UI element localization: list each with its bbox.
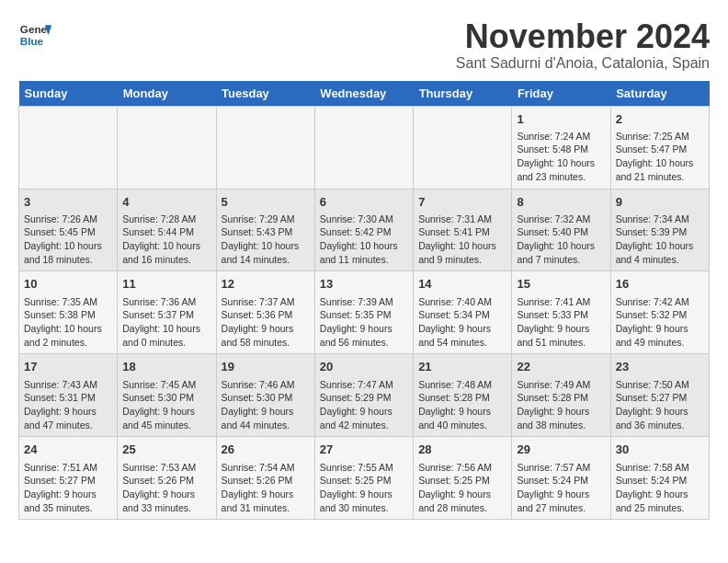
weekday-header-monday: Monday [118, 81, 216, 107]
weekday-header-row: SundayMondayTuesdayWednesdayThursdayFrid… [19, 81, 710, 107]
day-number: 20 [320, 359, 408, 375]
day-info: Sunrise: 7:54 AM Sunset: 5:26 PM Dayligh… [222, 462, 295, 513]
day-info: Sunrise: 7:28 AM Sunset: 5:44 PM Dayligh… [122, 213, 200, 265]
day-info: Sunrise: 7:45 AM Sunset: 5:30 PM Dayligh… [122, 379, 196, 431]
day-info: Sunrise: 7:56 AM Sunset: 5:25 PM Dayligh… [418, 462, 492, 513]
day-number: 22 [517, 359, 605, 375]
calendar-table: SundayMondayTuesdayWednesdayThursdayFrid… [18, 81, 710, 521]
day-number: 1 [517, 111, 605, 128]
calendar-cell-w4-d7: 23Sunrise: 7:50 AM Sunset: 5:27 PM Dayli… [610, 354, 709, 437]
day-info: Sunrise: 7:25 AM Sunset: 5:47 PM Dayligh… [616, 131, 694, 182]
calendar-week-5: 24Sunrise: 7:51 AM Sunset: 5:27 PM Dayli… [19, 437, 710, 520]
day-info: Sunrise: 7:34 AM Sunset: 5:39 PM Dayligh… [616, 213, 694, 265]
calendar-cell-w4-d4: 20Sunrise: 7:47 AM Sunset: 5:29 PM Dayli… [314, 354, 413, 437]
day-info: Sunrise: 7:37 AM Sunset: 5:36 PM Dayligh… [222, 296, 295, 348]
logo: General Blue [18, 18, 51, 52]
day-number: 8 [517, 194, 605, 211]
weekday-header-thursday: Thursday [414, 81, 512, 107]
day-info: Sunrise: 7:48 AM Sunset: 5:28 PM Dayligh… [418, 379, 492, 431]
day-info: Sunrise: 7:39 AM Sunset: 5:35 PM Dayligh… [320, 296, 393, 348]
day-info: Sunrise: 7:55 AM Sunset: 5:25 PM Dayligh… [320, 462, 393, 513]
day-number: 29 [517, 442, 605, 458]
calendar-week-4: 17Sunrise: 7:43 AM Sunset: 5:31 PM Dayli… [19, 354, 710, 437]
title-section: November 2024 Sant Sadurni d'Anoia, Cata… [456, 18, 710, 72]
calendar-cell-w1-d1 [19, 106, 118, 189]
day-info: Sunrise: 7:40 AM Sunset: 5:34 PM Dayligh… [418, 296, 492, 348]
day-number: 17 [24, 359, 112, 375]
calendar-cell-w3-d2: 11Sunrise: 7:36 AM Sunset: 5:37 PM Dayli… [118, 271, 216, 354]
day-info: Sunrise: 7:41 AM Sunset: 5:33 PM Dayligh… [517, 296, 590, 348]
calendar-cell-w4-d6: 22Sunrise: 7:49 AM Sunset: 5:28 PM Dayli… [512, 354, 610, 437]
day-number: 2 [616, 111, 704, 128]
day-number: 9 [616, 194, 704, 211]
day-number: 6 [320, 194, 408, 211]
day-info: Sunrise: 7:43 AM Sunset: 5:31 PM Dayligh… [24, 379, 97, 431]
calendar-cell-w5-d6: 29Sunrise: 7:57 AM Sunset: 5:24 PM Dayli… [512, 437, 610, 520]
calendar-cell-w5-d1: 24Sunrise: 7:51 AM Sunset: 5:27 PM Dayli… [19, 437, 118, 520]
day-info: Sunrise: 7:35 AM Sunset: 5:38 PM Dayligh… [24, 296, 102, 348]
day-number: 7 [418, 194, 506, 211]
calendar-cell-w5-d5: 28Sunrise: 7:56 AM Sunset: 5:25 PM Dayli… [414, 437, 512, 520]
svg-text:Blue: Blue [20, 35, 44, 47]
calendar-cell-w3-d4: 13Sunrise: 7:39 AM Sunset: 5:35 PM Dayli… [314, 271, 413, 354]
calendar-cell-w4-d3: 19Sunrise: 7:46 AM Sunset: 5:30 PM Dayli… [216, 354, 314, 437]
day-number: 14 [418, 276, 506, 293]
calendar-cell-w1-d5 [414, 106, 512, 189]
day-info: Sunrise: 7:51 AM Sunset: 5:27 PM Dayligh… [24, 462, 97, 513]
weekday-header-sunday: Sunday [19, 81, 118, 107]
calendar-cell-w2-d2: 4Sunrise: 7:28 AM Sunset: 5:44 PM Daylig… [118, 189, 216, 271]
weekday-header-tuesday: Tuesday [216, 81, 314, 107]
day-number: 30 [616, 442, 704, 458]
day-number: 3 [24, 194, 112, 211]
calendar-cell-w4-d2: 18Sunrise: 7:45 AM Sunset: 5:30 PM Dayli… [118, 354, 216, 437]
day-info: Sunrise: 7:31 AM Sunset: 5:41 PM Dayligh… [418, 213, 496, 265]
weekday-header-friday: Friday [512, 81, 610, 107]
calendar-cell-w5-d7: 30Sunrise: 7:58 AM Sunset: 5:24 PM Dayli… [610, 437, 709, 520]
day-info: Sunrise: 7:26 AM Sunset: 5:45 PM Dayligh… [24, 213, 102, 265]
calendar-week-2: 3Sunrise: 7:26 AM Sunset: 5:45 PM Daylig… [19, 189, 710, 271]
day-number: 15 [517, 276, 605, 293]
day-number: 27 [320, 442, 408, 458]
calendar-cell-w1-d2 [118, 106, 216, 189]
day-number: 19 [222, 359, 310, 375]
day-info: Sunrise: 7:57 AM Sunset: 5:24 PM Dayligh… [517, 462, 590, 513]
calendar-cell-w1-d4 [314, 106, 413, 189]
day-info: Sunrise: 7:32 AM Sunset: 5:40 PM Dayligh… [517, 213, 595, 265]
location-subtitle: Sant Sadurni d'Anoia, Catalonia, Spain [456, 55, 710, 72]
calendar-cell-w5-d3: 26Sunrise: 7:54 AM Sunset: 5:26 PM Dayli… [216, 437, 314, 520]
day-number: 23 [616, 359, 704, 375]
calendar-cell-w2-d6: 8Sunrise: 7:32 AM Sunset: 5:40 PM Daylig… [512, 189, 610, 271]
day-info: Sunrise: 7:42 AM Sunset: 5:32 PM Dayligh… [616, 296, 689, 348]
day-info: Sunrise: 7:24 AM Sunset: 5:48 PM Dayligh… [517, 131, 595, 182]
calendar-cell-w2-d4: 6Sunrise: 7:30 AM Sunset: 5:42 PM Daylig… [314, 189, 413, 271]
calendar-header: SundayMondayTuesdayWednesdayThursdayFrid… [19, 81, 710, 107]
calendar-cell-w1-d7: 2Sunrise: 7:25 AM Sunset: 5:47 PM Daylig… [610, 106, 709, 189]
calendar-cell-w3-d5: 14Sunrise: 7:40 AM Sunset: 5:34 PM Dayli… [414, 271, 512, 354]
calendar-cell-w4-d5: 21Sunrise: 7:48 AM Sunset: 5:28 PM Dayli… [414, 354, 512, 437]
calendar-cell-w3-d3: 12Sunrise: 7:37 AM Sunset: 5:36 PM Dayli… [216, 271, 314, 354]
day-number: 5 [222, 194, 310, 211]
day-info: Sunrise: 7:58 AM Sunset: 5:24 PM Dayligh… [616, 462, 689, 513]
day-info: Sunrise: 7:30 AM Sunset: 5:42 PM Dayligh… [320, 213, 398, 265]
weekday-header-wednesday: Wednesday [314, 81, 413, 107]
calendar-cell-w3-d6: 15Sunrise: 7:41 AM Sunset: 5:33 PM Dayli… [512, 271, 610, 354]
day-info: Sunrise: 7:29 AM Sunset: 5:43 PM Dayligh… [222, 213, 300, 265]
calendar-cell-w2-d7: 9Sunrise: 7:34 AM Sunset: 5:39 PM Daylig… [610, 189, 709, 271]
calendar-cell-w5-d4: 27Sunrise: 7:55 AM Sunset: 5:25 PM Dayli… [314, 437, 413, 520]
day-number: 13 [320, 276, 408, 293]
page-header: General Blue November 2024 Sant Sadurni … [18, 18, 710, 72]
day-info: Sunrise: 7:53 AM Sunset: 5:26 PM Dayligh… [122, 462, 196, 513]
day-info: Sunrise: 7:47 AM Sunset: 5:29 PM Dayligh… [320, 379, 393, 431]
day-number: 18 [122, 359, 210, 375]
calendar-cell-w2-d1: 3Sunrise: 7:26 AM Sunset: 5:45 PM Daylig… [19, 189, 118, 271]
calendar-cell-w3-d1: 10Sunrise: 7:35 AM Sunset: 5:38 PM Dayli… [19, 271, 118, 354]
calendar-cell-w2-d3: 5Sunrise: 7:29 AM Sunset: 5:43 PM Daylig… [216, 189, 314, 271]
day-number: 12 [222, 276, 310, 293]
calendar-cell-w1-d6: 1Sunrise: 7:24 AM Sunset: 5:48 PM Daylig… [512, 106, 610, 189]
day-info: Sunrise: 7:46 AM Sunset: 5:30 PM Dayligh… [222, 379, 295, 431]
day-number: 11 [122, 276, 210, 293]
logo-icon: General Blue [18, 18, 51, 52]
day-number: 25 [122, 442, 210, 458]
calendar-body: 1Sunrise: 7:24 AM Sunset: 5:48 PM Daylig… [19, 106, 710, 520]
weekday-header-saturday: Saturday [610, 81, 709, 107]
